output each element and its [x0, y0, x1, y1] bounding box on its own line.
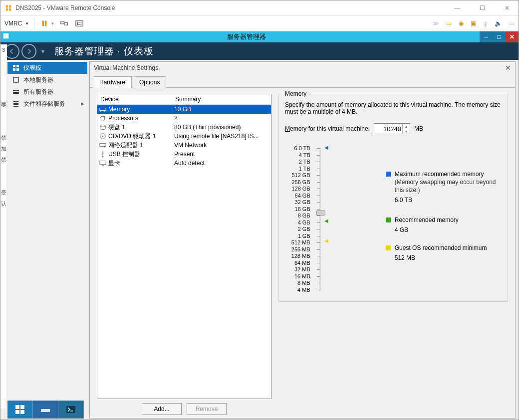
memory-description: Specify the amount of memory allocated t…: [285, 101, 502, 115]
marker-max-icon: ◀: [324, 145, 328, 150]
device-summary: Present: [174, 151, 271, 158]
memory-value-input[interactable]: [374, 125, 402, 133]
display-icon: [99, 160, 106, 167]
add-button[interactable]: Add...: [142, 403, 182, 415]
dialog-close-button[interactable]: ✕: [505, 64, 511, 72]
sidebar-item-label: 本地服务器: [23, 76, 53, 84]
usb-icon: [99, 151, 106, 158]
device-row-usb[interactable]: USB 控制器Present: [97, 150, 271, 159]
device-label: 硬盘 1: [108, 123, 125, 132]
local-server-icon: [12, 76, 19, 83]
memory-icon: [99, 106, 106, 113]
device-summary: VM Network: [174, 142, 271, 149]
server-manager-titlebar: 服务器管理器 － □ ✕: [0, 31, 519, 42]
start-button[interactable]: [7, 401, 33, 419]
device-summary: 80 GB (Thin provisioned): [174, 124, 271, 131]
spin-up[interactable]: ▲: [403, 124, 410, 129]
all-servers-icon: [12, 88, 19, 95]
outer-window-close[interactable]: ✕: [500, 4, 515, 11]
tb-dev-icon[interactable]: ▭: [509, 20, 515, 27]
memory-unit-label: MB: [414, 125, 423, 132]
svg-rect-31: [100, 161, 106, 165]
legend-rec: Recommended memory 4 GB: [395, 216, 459, 234]
svg-rect-7: [13, 65, 15, 67]
tb-rr-icon[interactable]: ≫: [433, 20, 439, 27]
svg-rect-14: [13, 101, 18, 102]
tb-net-icon[interactable]: ▣: [471, 20, 476, 27]
tab-hardware[interactable]: Hardware: [93, 76, 132, 88]
legend-min-color: [386, 245, 391, 250]
sidebar-item-file-storage[interactable]: 文件和存储服务 ▶: [7, 98, 87, 110]
dashboard-icon: [12, 64, 19, 71]
svg-rect-23: [66, 406, 75, 413]
vmrc-menu[interactable]: VMRC ▼: [4, 20, 29, 27]
nav-forward-button[interactable]: [21, 44, 36, 59]
memory-spinbox[interactable]: ▲ ▼: [374, 123, 410, 134]
svg-rect-1: [45, 21, 47, 26]
vmware-app-icon: [4, 4, 12, 12]
marker-rec-icon: ◀: [324, 218, 328, 223]
tb-usb-icon[interactable]: ψ: [483, 20, 488, 27]
memory-legend: Memory: [283, 90, 308, 97]
device-row-cd[interactable]: CD/DVD 驱动器 1Using remote file [NAS218] I…: [97, 132, 271, 141]
taskbar-powershell[interactable]: [58, 401, 84, 419]
send-cad-icon[interactable]: [59, 18, 69, 28]
sidebar-item-dashboard[interactable]: 仪表板: [7, 62, 87, 74]
spin-down[interactable]: ▼: [403, 129, 410, 134]
device-row-cpu[interactable]: Processors2: [97, 114, 271, 123]
svg-rect-16: [13, 106, 18, 107]
remove-button: Remove: [187, 403, 227, 415]
memory-slider[interactable]: ◀ ◀ ◀: [312, 145, 326, 293]
svg-rect-8: [16, 65, 19, 67]
device-label: 显卡: [108, 159, 120, 168]
legend-max: Maximum recommended memory (Memory swapp…: [395, 170, 502, 204]
device-label: Processors: [108, 115, 138, 122]
device-row-disk[interactable]: 硬盘 180 GB (Thin provisioned): [97, 123, 271, 132]
outer-window-maximize[interactable]: ☐: [475, 4, 490, 11]
device-summary: 2: [174, 115, 271, 122]
nav-dropdown[interactable]: ▾: [41, 48, 44, 55]
server-manager-maximize[interactable]: □: [493, 31, 506, 42]
svg-rect-29: [100, 144, 106, 147]
svg-rect-0: [42, 21, 44, 26]
tb-cd-icon[interactable]: ◉: [459, 20, 464, 27]
svg-rect-9: [13, 68, 15, 71]
cd-icon: [99, 133, 106, 140]
svg-rect-25: [101, 117, 105, 120]
server-manager-close[interactable]: ✕: [506, 31, 519, 42]
chevron-right-icon: ▶: [81, 101, 84, 106]
device-row-display[interactable]: 显卡Auto detect: [97, 159, 271, 168]
pause-dropdown[interactable]: ▼: [50, 21, 54, 26]
tb-sound-icon[interactable]: 🔈: [495, 20, 502, 27]
marker-min-icon: ◀: [324, 238, 328, 243]
memory-input-label: Memory for this virtual machine:: [285, 125, 370, 132]
tb-disk-icon[interactable]: ▭: [446, 20, 452, 27]
legend-max-color: [386, 172, 391, 177]
svg-rect-13: [13, 92, 19, 94]
vmrc-toolbar: VMRC ▼ ▼ ≫ ▭ ◉ ▣ ψ 🔈 ▭: [0, 15, 519, 31]
svg-point-28: [102, 136, 104, 137]
svg-rect-10: [16, 68, 19, 71]
sidebar-item-label: 所有服务器: [23, 88, 53, 96]
sidebar-item-all-servers[interactable]: 所有服务器: [7, 86, 87, 98]
device-list-header: Device Summary: [97, 94, 271, 105]
sidebar-item-local-server[interactable]: 本地服务器: [7, 74, 87, 86]
outer-window-minimize[interactable]: —: [450, 4, 465, 11]
device-list[interactable]: Device Summary Memory10 GBProcessors2硬盘 …: [97, 94, 271, 399]
svg-rect-24: [100, 108, 106, 110]
tab-options[interactable]: Options: [133, 76, 166, 88]
fullscreen-icon[interactable]: [74, 18, 84, 28]
device-row-memory[interactable]: Memory10 GB: [97, 105, 271, 114]
server-manager-minimize[interactable]: －: [480, 31, 493, 42]
svg-rect-6: [3, 33, 9, 39]
device-label: Memory: [108, 106, 130, 113]
taskbar-server-manager[interactable]: [33, 401, 58, 419]
svg-rect-20: [20, 410, 24, 414]
sidebar-item-label: 仪表板: [23, 64, 41, 72]
svg-rect-18: [20, 405, 24, 409]
pause-icon[interactable]: [39, 18, 49, 28]
device-row-net[interactable]: 网络适配器 1VM Network: [97, 141, 271, 150]
memory-slider-thumb[interactable]: [316, 210, 325, 215]
dialog-title: Virtual Machine Settings: [94, 64, 158, 71]
sidebar: 仪表板 本地服务器 所有服务器 文件和存储服务 ▶: [7, 62, 87, 110]
